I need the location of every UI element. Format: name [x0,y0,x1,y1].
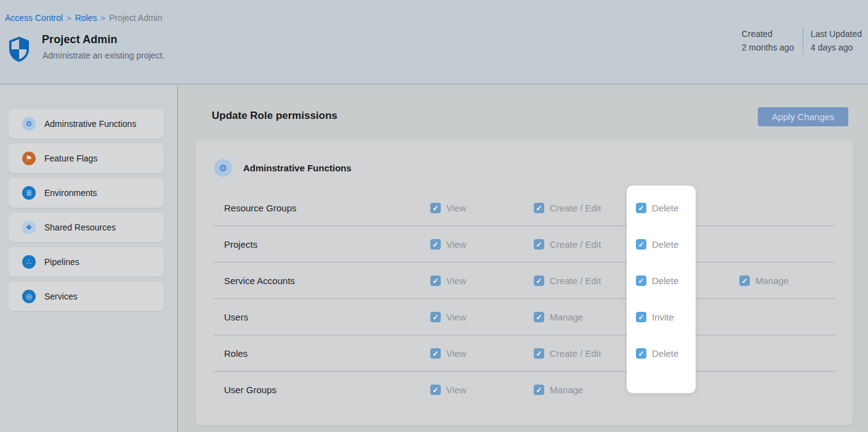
permission-cell: View [430,372,466,408]
sidebar-item-pipelines[interactable]: ∴Pipelines [9,247,164,277]
permission-label: View [446,203,466,213]
permission-label: View [446,239,466,250]
checkbox-view[interactable] [430,312,441,322]
sidebar-item-label: Shared Resources [44,222,116,232]
permission-cell: View [430,299,466,335]
card-header: ⚙ Adminstrative Functions [214,159,352,177]
checkbox-delete[interactable] [636,203,646,213]
row-name: Resource Groups [224,190,297,226]
row-divider [213,371,835,372]
permission-label: Create / Edit [550,348,601,359]
checkbox-delete[interactable] [636,239,646,250]
checkbox-create-edit[interactable] [534,275,544,286]
permission-label: Delete [652,348,678,359]
permission-label: View [446,385,466,395]
table-row-roles: RolesViewCreate / EditDelete [196,335,853,372]
row-divider [213,226,835,226]
table-row-projects: ProjectsViewCreate / EditDelete [196,226,853,263]
page-title: Project Admin [42,33,118,46]
row-name: Roles [224,335,247,372]
updated-value: 4 days ago [811,41,862,54]
main-content: Update Role permissions Apply Changes ⚙ … [179,85,868,432]
permission-cell: Delete [636,190,678,226]
permission-label: Create / Edit [550,239,601,250]
table-row-service-accounts: Service AccountsViewCreate / EditDeleteM… [196,263,853,299]
checkbox-manage[interactable] [739,275,750,286]
breadcrumb: Access Control>Roles>Project Admin [5,13,163,23]
permission-cell: Manage [739,263,789,299]
breadcrumb-item-project-admin: Project Admin [109,13,162,23]
permission-cell: Delete [636,226,678,263]
checkbox-delete[interactable] [636,275,646,286]
sidebar-item-label: Pipelines [44,257,79,267]
table-row-user-groups: User GroupsViewManage [196,372,853,408]
page-subtitle: Administrate an existing project. [42,51,164,60]
section-heading: Update Role permissions [212,110,337,122]
role-meta: Created 2 months ago Last Updated 4 days… [742,27,862,54]
sidebar: ⚙Adminstrative Functions⚑Feature Flags≣E… [0,85,178,432]
permission-label: Manage [755,275,789,286]
checkbox-view[interactable] [430,348,441,359]
permission-cell: Create / Edit [534,226,601,263]
permission-label: Invite [652,312,674,322]
breadcrumb-separator: > [66,14,71,23]
checkbox-create-edit[interactable] [534,348,544,359]
checkbox-view[interactable] [430,239,441,250]
permission-cell: Delete [636,263,678,299]
permission-label: Create / Edit [550,275,601,286]
sidebar-item-shared-resources[interactable]: ❖Shared Resources [9,213,164,242]
permission-cell: Create / Edit [534,190,601,226]
checkbox-manage[interactable] [534,312,544,322]
sidebar-item-label: Environments [44,188,97,198]
permission-label: Manage [550,312,583,322]
row-name: User Groups [224,372,276,408]
gear-icon: ⚙ [214,159,232,177]
permission-cell: View [430,190,466,226]
checkbox-view[interactable] [430,275,441,286]
checkbox-create-edit[interactable] [534,239,544,250]
permission-label: Delete [652,239,678,250]
breadcrumb-item-access-control[interactable]: Access Control [5,13,63,23]
permission-label: View [446,348,466,359]
permission-cell: Delete [636,335,678,372]
checkbox-view[interactable] [430,385,441,395]
table-row-resource-groups: Resource GroupsViewCreate / EditDelete [196,190,853,226]
target-icon: ◎ [22,290,36,303]
sidebar-item-services[interactable]: ◎Services [9,282,164,311]
permission-label: Create / Edit [550,203,601,213]
table-row-users: UsersViewManageInvite [196,299,853,335]
permission-cell: Manage [534,299,583,335]
permission-cell: Create / Edit [534,263,601,299]
row-name: Service Accounts [224,263,295,299]
created-value: 2 months ago [742,41,794,54]
checkbox-view[interactable] [430,203,441,213]
row-name: Users [224,299,248,335]
permission-cell: View [430,335,466,372]
created-meta: Created 2 months ago [742,27,803,54]
breadcrumb-item-roles[interactable]: Roles [75,13,97,23]
checkbox-create-edit[interactable] [534,203,544,213]
permission-cell: View [430,263,466,299]
row-divider [213,335,835,335]
permission-cell: Create / Edit [534,335,601,372]
breadcrumb-separator: > [101,14,106,23]
card-title: Adminstrative Functions [243,163,352,173]
updated-meta: Last Updated 4 days ago [803,27,862,54]
sidebar-item-label: Feature Flags [44,153,97,163]
checkbox-manage[interactable] [534,385,544,395]
sidebar-item-environments[interactable]: ≣Environments [9,178,164,208]
sidebar-item-label: Services [44,291,78,301]
sidebar-item-adminstrative-functions[interactable]: ⚙Adminstrative Functions [9,109,164,139]
checkbox-invite[interactable] [636,312,646,322]
row-name: Projects [224,226,257,263]
sidebar-item-feature-flags[interactable]: ⚑Feature Flags [9,144,164,173]
permission-cell: Invite [636,299,674,335]
permission-label: Delete [652,203,678,213]
permission-label: View [446,275,466,286]
checkbox-delete[interactable] [636,348,646,359]
permissions-card: ⚙ Adminstrative Functions Resource Group… [196,141,853,425]
sidebar-item-label: Adminstrative Functions [44,119,136,129]
role-shield-icon [9,36,30,62]
apply-changes-button[interactable]: Apply Changes [758,107,848,126]
created-label: Created [742,27,794,41]
